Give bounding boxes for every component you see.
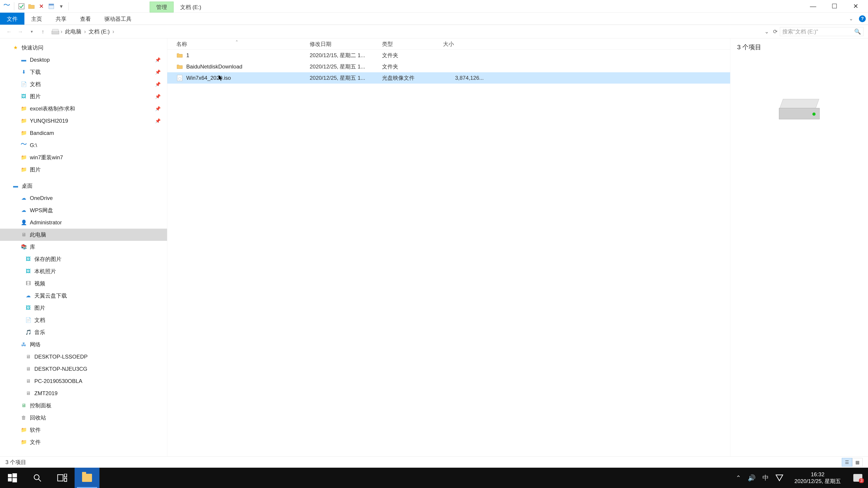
volume-icon[interactable]: 🔊: [748, 474, 756, 482]
nav-lib-item[interactable]: 🖼本机照片: [0, 265, 167, 278]
nav-downloads[interactable]: ⬇下载📌: [0, 66, 167, 78]
drive-icon: [779, 99, 819, 119]
chevron-right-icon[interactable]: ›: [84, 29, 86, 35]
network-icon: 🖧: [20, 341, 27, 348]
nav-network[interactable]: 🖧网络: [0, 338, 167, 351]
start-button[interactable]: [0, 468, 25, 488]
nav-this-pc[interactable]: 🖥此电脑: [0, 229, 167, 241]
nav-libraries[interactable]: 📚库: [0, 241, 167, 253]
ribbon-tab-drive-tools[interactable]: 驱动器工具: [98, 13, 138, 25]
taskbar-explorer[interactable]: [74, 468, 99, 488]
up-button[interactable]: ↑: [38, 27, 48, 36]
view-icons-button[interactable]: ▦: [852, 458, 863, 466]
file-row[interactable]: Win7x64_2020.iso2020/12/25, 星期五 1...光盘映像…: [167, 72, 730, 84]
status-item-count: 3 个项目: [5, 459, 26, 466]
recent-dropdown-icon[interactable]: ▾: [27, 27, 36, 36]
qa-checkbox-icon[interactable]: [18, 3, 25, 10]
quick-access-toolbar: ✕ ▾: [0, 0, 73, 12]
nav-label: 文件: [30, 438, 41, 446]
nav-control-panel[interactable]: 🖥控制面板: [0, 399, 167, 412]
nav-label: 网络: [30, 341, 41, 348]
qa-delete-icon[interactable]: ✕: [38, 3, 45, 10]
minimize-button[interactable]: —: [803, 1, 823, 12]
taskbar-clock[interactable]: 16:32 2020/12/25, 星期五: [790, 471, 845, 485]
nav-desktop[interactable]: ▬Desktop📌: [0, 54, 167, 66]
nav-recycle[interactable]: 🗑回收站: [0, 412, 167, 424]
file-name: BaiduNetdiskDownload: [186, 64, 310, 70]
nav-lib-item[interactable]: 🖼保存的图片: [0, 253, 167, 265]
breadcrumb[interactable]: › 此电脑 › 文档 (E:) ›: [50, 27, 762, 36]
crumb-drive[interactable]: 文档 (E:): [87, 27, 111, 36]
nav-lib-item[interactable]: 🎵音乐: [0, 326, 167, 338]
nav-wps[interactable]: ☁WPS网盘: [0, 204, 167, 217]
refresh-icon[interactable]: ⟳: [773, 29, 778, 35]
action-center-button[interactable]: 3: [852, 472, 864, 484]
clock-time: 16:32: [795, 471, 841, 478]
nav-label: Desktop: [30, 57, 50, 63]
crumb-this-pc[interactable]: 此电脑: [64, 27, 83, 36]
nav-lib-item[interactable]: 🖼图片: [0, 302, 167, 314]
nav-folder[interactable]: 📁win7重装win7: [0, 151, 167, 164]
nav-network-pc[interactable]: 🖥DESKTOP-LSSOEDP: [0, 351, 167, 363]
task-view-button[interactable]: [50, 468, 74, 488]
recycle-icon: 🗑: [20, 414, 27, 421]
nav-lib-item[interactable]: 🎞视频: [0, 278, 167, 290]
nav-folder[interactable]: 📁excel表格制作求和📌: [0, 103, 167, 115]
ribbon-tab-home[interactable]: 主页: [24, 13, 49, 25]
col-name[interactable]: 名称⌃: [176, 40, 310, 48]
tray-chevron-up-icon[interactable]: ⌃: [736, 474, 741, 482]
search-input[interactable]: 搜索"文档 (E:)" 🔍: [780, 27, 864, 36]
help-button[interactable]: ?: [857, 13, 868, 25]
file-row[interactable]: BaiduNetdiskDownload2020/12/25, 星期五 1...…: [167, 61, 730, 72]
ribbon-expand-icon[interactable]: ⌄: [845, 13, 857, 25]
nav-network-pc[interactable]: 🖥DESKTOP-NJEU3CG: [0, 363, 167, 375]
col-date[interactable]: 修改日期: [310, 40, 382, 48]
ribbon-tab-view[interactable]: 查看: [73, 13, 98, 25]
search-button[interactable]: [25, 468, 50, 488]
search-icon[interactable]: 🔍: [854, 29, 861, 35]
forward-button[interactable]: →: [16, 27, 25, 36]
nav-user[interactable]: 👤Administrator: [0, 217, 167, 229]
view-details-button[interactable]: ☰: [842, 458, 852, 466]
qa-folder-icon[interactable]: [28, 3, 35, 10]
nav-desktop-root[interactable]: ▬桌面: [0, 180, 167, 192]
ribbon-tab-file[interactable]: 文件: [0, 13, 24, 25]
picture-icon: 🖼: [25, 268, 32, 275]
nav-folder[interactable]: 📁文件: [0, 436, 167, 448]
maximize-button[interactable]: ☐: [824, 1, 844, 12]
nav-drive-g[interactable]: G:\: [0, 139, 167, 151]
navigation-pane: ★快速访问 ▬Desktop📌 ⬇下载📌 📄文档📌 🖼图片📌 📁excel表格制…: [0, 38, 167, 456]
main-body: ★快速访问 ▬Desktop📌 ⬇下载📌 📄文档📌 🖼图片📌 📁excel表格制…: [0, 38, 868, 456]
chevron-right-icon[interactable]: ›: [112, 29, 114, 35]
nav-onedrive[interactable]: ☁OneDrive: [0, 192, 167, 204]
nav-folder[interactable]: 📁软件: [0, 424, 167, 436]
col-type[interactable]: 类型: [382, 40, 443, 48]
close-button[interactable]: ✕: [845, 1, 866, 12]
col-size[interactable]: 大小: [443, 40, 488, 48]
nav-folder[interactable]: 📁图片: [0, 164, 167, 176]
nav-lib-item[interactable]: 📄文档: [0, 314, 167, 326]
nav-folder[interactable]: 📁YUNQISHI2019📌: [0, 115, 167, 127]
tray-app-icon[interactable]: [776, 475, 783, 481]
file-row[interactable]: 12020/12/15, 星期二 1...文件夹: [167, 50, 730, 61]
address-dropdown-icon[interactable]: ⌄: [765, 29, 769, 35]
qa-dropdown-icon[interactable]: ▾: [58, 3, 65, 10]
titlebar: ✕ ▾ 管理 文档 (E:) — ☐ ✕: [0, 0, 868, 13]
nav-network-pc[interactable]: 🖥PC-20190530OBLA: [0, 375, 167, 387]
tab-manage[interactable]: 管理: [150, 2, 174, 12]
nav-lib-item[interactable]: ☁天翼云盘下载: [0, 290, 167, 302]
back-button[interactable]: ←: [4, 27, 13, 36]
ime-indicator[interactable]: 中: [763, 474, 769, 482]
qa-properties-icon[interactable]: [48, 3, 55, 10]
nav-network-pc[interactable]: 🖥ZMT2019: [0, 387, 167, 399]
pc-icon: 🖥: [25, 378, 32, 385]
nav-quick-access[interactable]: ★快速访问: [0, 41, 167, 54]
svg-point-11: [34, 475, 39, 480]
nav-pictures[interactable]: 🖼图片📌: [0, 90, 167, 103]
chevron-right-icon[interactable]: ›: [61, 29, 62, 35]
ribbon-tab-share[interactable]: 共享: [49, 13, 73, 25]
document-icon: 📄: [25, 317, 32, 324]
nav-folder[interactable]: 📁Bandicam: [0, 127, 167, 139]
nav-documents[interactable]: 📄文档📌: [0, 78, 167, 90]
nav-label: 图片: [30, 166, 41, 173]
